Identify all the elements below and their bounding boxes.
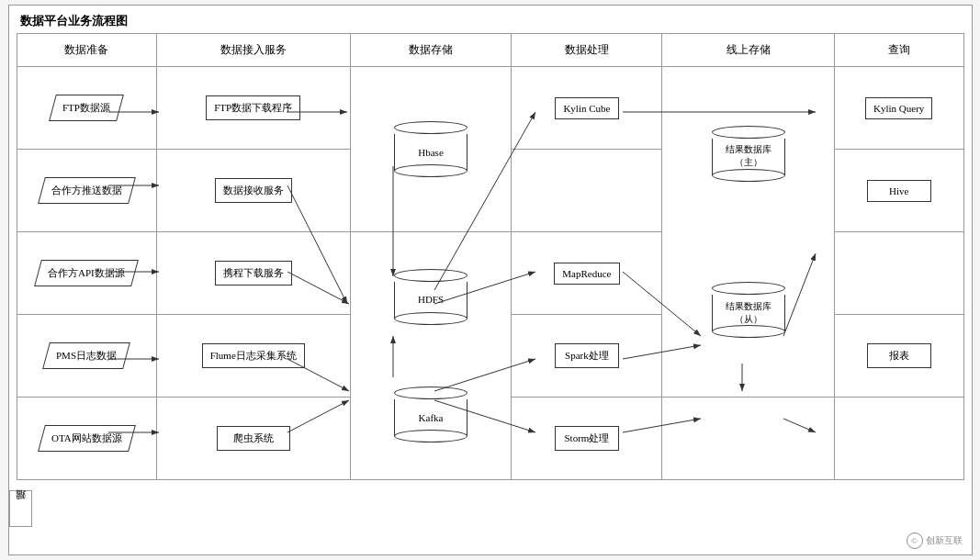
cell-source-ota: OTA网站数据源: [17, 398, 156, 480]
cell-query-report: 报表: [834, 315, 963, 398]
node-pms-log: PMS日志数据: [42, 342, 130, 369]
node-ctrip-download: 携程下载服务: [215, 261, 292, 286]
cell-storage-hdfs-kafka: HDFS Kafka: [350, 232, 512, 480]
cell-source-pms: PMS日志数据: [17, 315, 156, 398]
side-label: 后端: [9, 490, 32, 527]
cell-query-empty-2: [834, 398, 963, 480]
header-data-process: 数据处理: [512, 34, 662, 67]
node-hive: Hive: [867, 180, 931, 202]
node-spark: Spark处理: [555, 343, 619, 368]
node-storm: Storm处理: [555, 426, 619, 451]
node-kylin-cube: Kylin Cube: [555, 97, 619, 119]
cell-query-kylin: Kylin Query: [834, 67, 963, 150]
cell-process-mapreduce: MapReduce: [512, 232, 662, 315]
node-mapreduce: MapReduce: [554, 263, 619, 285]
cell-source-partner-push: 合作方推送数据: [17, 150, 156, 232]
node-data-receive: 数据接收服务: [215, 178, 292, 203]
cell-source-partner-api: 合作方API数据源: [17, 232, 156, 315]
cell-process-empty-1: [512, 150, 662, 232]
node-hdfs: HDFS: [394, 269, 467, 325]
main-table: 数据准备 数据接入服务 数据存储 数据处理 线上存储 查询 FTP数据源: [17, 33, 964, 480]
watermark-text: 创新互联: [926, 534, 963, 547]
cell-query-hive: Hive: [834, 150, 963, 232]
cell-ingest-ctrip: 携程下载服务: [156, 232, 350, 315]
header-query: 查询: [834, 34, 963, 67]
node-crawler: 爬虫系统: [217, 426, 290, 451]
node-ota: OTA网站数据源: [38, 425, 136, 452]
cell-ingest-receive: 数据接收服务: [156, 150, 350, 232]
diagram-wrapper: 数据平台业务流程图 数据准备 数据接入服务 数据存储 数据处理 线上存储 查询: [8, 5, 973, 555]
header-data-prep: 数据准备: [17, 34, 156, 67]
cell-query-empty-1: [834, 232, 963, 315]
diagram-title: 数据平台业务流程图: [17, 13, 964, 29]
cell-source-ftp: FTP数据源: [17, 67, 156, 150]
node-partner-api: 合作方API数据源: [34, 260, 139, 286]
watermark-icon: ©: [907, 532, 923, 549]
node-kafka: Kafka: [394, 386, 467, 442]
cell-process-kylin: Kylin Cube: [512, 67, 662, 150]
cell-process-spark: Spark处理: [512, 315, 662, 398]
node-kylin-query: Kylin Query: [865, 97, 932, 119]
node-flume: Flume日志采集系统: [202, 343, 305, 368]
node-ftp-source: FTP数据源: [49, 95, 124, 121]
node-hbase: Hbase: [394, 121, 467, 177]
cell-storage-hbase-hdfs: Hbase: [350, 67, 512, 232]
cell-ingest-crawler: 爬虫系统: [156, 398, 350, 480]
cell-online-empty: [662, 398, 834, 480]
node-result-db-main: 结果数据库（主）: [712, 126, 785, 182]
cell-ingest-flume: Flume日志采集系统: [156, 315, 350, 398]
watermark: © 创新互联: [907, 532, 963, 549]
node-result-db-slave: 结果数据库（从）: [712, 282, 785, 338]
cell-ingest-ftp: FTP数据下载程序: [156, 67, 350, 150]
node-report: 报表: [867, 343, 931, 368]
cell-online-storage: 结果数据库（主） 结果数据库（从）: [662, 67, 834, 398]
header-data-storage: 数据存储: [350, 34, 512, 67]
cell-process-storm: Storm处理: [512, 398, 662, 480]
node-ftp-download: FTP数据下载程序: [206, 95, 300, 120]
header-online-storage: 线上存储: [662, 34, 834, 67]
header-data-ingest: 数据接入服务: [156, 34, 350, 67]
node-partner-push: 合作方推送数据: [38, 177, 136, 204]
